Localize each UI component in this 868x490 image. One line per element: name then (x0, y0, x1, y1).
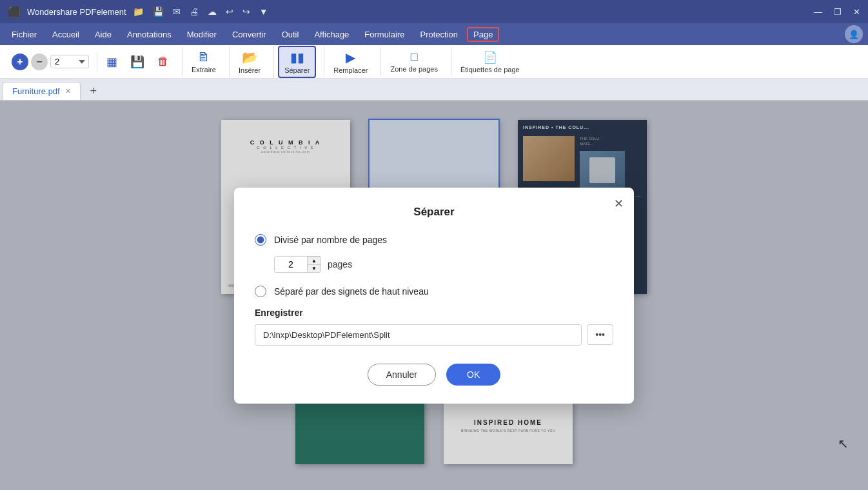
menu-modifier[interactable]: Modifier (181, 27, 223, 42)
menu-bar: Fichier Accueil Aide Annotations Modifie… (0, 23, 868, 45)
minimize-btn[interactable]: — (814, 7, 822, 17)
dialog-separer: Séparer ✕ Divisé par nombre de pages 2 ▲… (234, 188, 634, 404)
app-logo-icon: ⬛ (8, 6, 21, 18)
tab-name: Furniture.pdf (12, 86, 60, 96)
extract-label: Extraire (192, 66, 216, 74)
redo-icon[interactable]: ↪ (242, 6, 250, 17)
close-btn[interactable]: ✕ (853, 7, 860, 17)
maximize-btn[interactable]: ❐ (834, 7, 842, 17)
user-avatar[interactable]: 👤 (845, 25, 863, 43)
tab-bar: Furniture.pdf ✕ + (0, 79, 868, 101)
menu-page[interactable]: Page (467, 27, 499, 42)
replace-group: ▶ Remplacer (324, 47, 377, 77)
delete-page-btn[interactable]: 🗑 (152, 52, 174, 71)
page-tools-group: ▦ 💾 🗑 (97, 52, 178, 72)
dropdown-icon[interactable]: ▼ (259, 6, 268, 17)
insert-icon: 📂 (242, 50, 258, 65)
save-path-input[interactable] (255, 324, 582, 346)
spin-down-btn[interactable]: ▼ (308, 264, 321, 272)
menu-convertir[interactable]: Convertir (226, 27, 273, 42)
save-icon[interactable]: 💾 (153, 6, 164, 17)
zoom-out-btn[interactable]: − (31, 54, 48, 70)
save-section-label: Enregistrer (255, 308, 613, 318)
toolbar: + − 2 1 3 4 ▦ 💾 🗑 🗎 Extraire 📂 Insérer (0, 45, 868, 79)
menu-formulaire[interactable]: Formulaire (358, 27, 411, 42)
replace-btn[interactable]: ▶ Remplacer (328, 47, 373, 77)
extract-btn[interactable]: 🗎 Extraire (186, 47, 221, 76)
tab-close-btn[interactable]: ✕ (65, 87, 71, 95)
menu-outil[interactable]: Outil (275, 27, 306, 42)
split-btn[interactable]: ▮▮ Séparer (278, 46, 316, 78)
save-section: Enregistrer ••• (255, 308, 613, 346)
zone-group: □ Zone de pages (380, 48, 446, 75)
delete-page-icon: 🗑 (157, 55, 169, 68)
insert-group: 📂 Insérer (229, 47, 270, 77)
tab-furniture-pdf[interactable]: Furniture.pdf ✕ (3, 82, 81, 100)
option1-row: Divisé par nombre de pages (255, 234, 613, 246)
page-layout-icon: ▦ (106, 55, 117, 69)
zoom-in-btn[interactable]: + (12, 54, 28, 70)
dialog-title: Séparer (255, 206, 613, 219)
zone-btn[interactable]: □ Zone de pages (385, 48, 442, 75)
menu-fichier[interactable]: Fichier (5, 27, 43, 42)
labels-label: Étiquettes de page (460, 66, 520, 74)
insert-btn[interactable]: 📂 Insérer (233, 47, 266, 77)
page-count-row: 2 ▲ ▼ pages (274, 256, 613, 273)
page-count-spinner: 2 ▲ ▼ (274, 256, 321, 273)
modal-overlay: Séparer ✕ Divisé par nombre de pages 2 ▲… (0, 101, 868, 490)
pages-word: pages (328, 259, 352, 270)
save-page-icon: 💾 (130, 55, 144, 69)
option2-label: Séparé par des signets de haut niveau (274, 286, 429, 297)
split-label: Séparer (284, 66, 310, 74)
browse-btn[interactable]: ••• (587, 324, 613, 345)
menu-aide[interactable]: Aide (88, 27, 118, 42)
menu-annotations[interactable]: Annotations (121, 27, 178, 42)
option1-radio[interactable] (255, 234, 266, 246)
replace-icon: ▶ (346, 50, 355, 65)
page-count-input[interactable]: 2 (275, 257, 307, 272)
page-layout-btn[interactable]: ▦ (101, 52, 123, 72)
tab-add-btn[interactable]: + (84, 82, 103, 100)
labels-btn[interactable]: 📄 Étiquettes de page (455, 48, 525, 76)
insert-label: Insérer (239, 66, 261, 74)
cancel-btn[interactable]: Annuler (368, 364, 436, 386)
zone-icon: □ (411, 50, 418, 64)
menu-protection[interactable]: Protection (413, 27, 464, 42)
labels-group: 📄 Étiquettes de page (451, 48, 529, 76)
app-title: Wondershare PDFelement (27, 7, 126, 17)
split-group: ▮▮ Séparer (273, 46, 320, 78)
option2-row: Séparé par des signets de haut niveau (255, 286, 613, 297)
split-icon: ▮▮ (290, 50, 304, 65)
menu-affichage[interactable]: Affichage (308, 27, 355, 42)
ok-btn[interactable]: OK (446, 364, 500, 386)
undo-icon[interactable]: ↩ (226, 6, 233, 17)
print-icon[interactable]: 🖨 (190, 6, 199, 17)
extract-group: 🗎 Extraire (182, 47, 225, 76)
option1-label: Divisé par nombre de pages (274, 235, 387, 245)
cloud-icon[interactable]: ☁ (208, 6, 217, 17)
folder-icon[interactable]: 📁 (133, 6, 144, 17)
modal-footer: Annuler OK (255, 364, 613, 386)
title-bar: ⬛ Wondershare PDFelement 📁 💾 ✉ 🖨 ☁ ↩ ↪ ▼… (0, 0, 868, 23)
path-row: ••• (255, 324, 613, 346)
page-selector[interactable]: 2 1 3 4 (50, 55, 89, 68)
zoom-group: + − 2 1 3 4 (8, 54, 93, 70)
main-area: C O L U M B I A C O L L E C T I V E colu… (0, 101, 868, 490)
spin-up-btn[interactable]: ▲ (308, 257, 321, 264)
extract-icon: 🗎 (197, 50, 210, 64)
save-page-btn[interactable]: 💾 (125, 52, 150, 72)
zone-label: Zone de pages (390, 65, 437, 73)
spinner-btns: ▲ ▼ (307, 257, 321, 272)
labels-icon: 📄 (483, 50, 497, 64)
replace-label: Remplacer (333, 66, 368, 74)
envelope-icon[interactable]: ✉ (173, 6, 181, 17)
menu-accueil[interactable]: Accueil (46, 27, 86, 42)
option2-radio[interactable] (255, 286, 266, 297)
dialog-close-btn[interactable]: ✕ (614, 197, 624, 211)
